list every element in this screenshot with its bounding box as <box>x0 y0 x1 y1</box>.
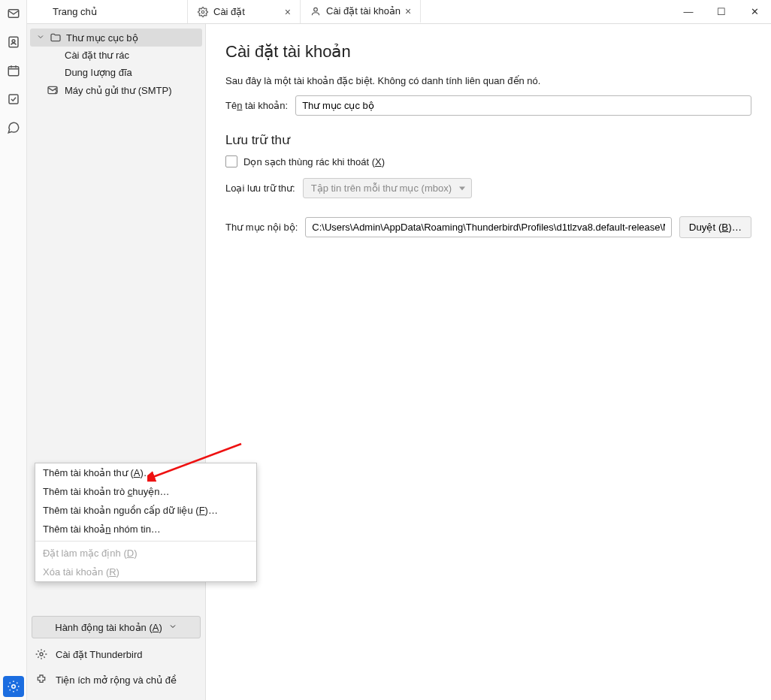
menu-separator <box>35 541 256 542</box>
svg-point-7 <box>11 685 15 689</box>
outgoing-icon <box>47 84 59 96</box>
sidebar-item-local-folders[interactable]: Thư mục cục bộ <box>30 29 202 47</box>
addons-link[interactable]: Tiện ích mở rộng và chủ đề <box>30 667 202 692</box>
thunderbird-settings-link[interactable]: Cài đặt Thunderbird <box>30 641 202 667</box>
tab-home[interactable]: Trang chủ <box>0 0 188 23</box>
tab-settings[interactable]: Cài đặt × <box>188 0 301 23</box>
tab-account-settings[interactable]: Cài đặt tài khoản × <box>301 0 421 23</box>
sidebar-item-smtp[interactable]: Máy chủ gửi thư (SMTP) <box>30 81 202 99</box>
account-name-input[interactable] <box>295 95 751 116</box>
addons-icon <box>35 673 48 686</box>
chevron-down-icon <box>168 622 177 633</box>
sidebar-item-disk[interactable]: Dung lượng đĩa <box>30 64 202 81</box>
folder-icon <box>50 32 62 44</box>
browse-button[interactable]: Duyệt (B)… <box>679 216 751 238</box>
menu-add-chat[interactable]: Thêm tài khoản trò chuyện… <box>35 482 256 501</box>
tab-account-settings-label: Cài đặt tài khoản <box>326 5 401 17</box>
settings-space-icon[interactable] <box>3 676 24 697</box>
tab-home-label: Trang chủ <box>53 6 97 17</box>
spaces-toolbar <box>0 0 27 700</box>
gear-icon <box>197 6 209 18</box>
close-icon[interactable]: × <box>285 6 291 18</box>
svg-rect-6 <box>9 95 18 104</box>
settings-pane: Cài đặt tài khoản Sau đây là một tài kho… <box>206 24 771 700</box>
page-title: Cài đặt tài khoản <box>225 42 751 62</box>
sidebar-item-junk[interactable]: Cài đặt thư rác <box>30 47 202 64</box>
svg-point-1 <box>314 8 318 11</box>
menu-add-mail[interactable]: Thêm tài khoản thư (A)… <box>35 463 256 482</box>
close-icon[interactable]: × <box>405 5 411 17</box>
page-description: Sau đây là một tài khoản đặc biệt. Không… <box>225 75 751 86</box>
storage-heading: Lưu trữ thư <box>225 132 751 148</box>
menu-add-feed[interactable]: Thêm tài khoản nguồn cấp dữ liệu (F)… <box>35 501 256 520</box>
minimize-button[interactable]: — <box>672 0 705 24</box>
menu-remove-account: Xóa tài khoản (R) <box>35 563 256 581</box>
local-dir-label: Thư mục nội bộ: <box>225 222 298 233</box>
account-icon <box>310 5 322 17</box>
empty-trash-label: Dọn sạch thùng rác khi thoát (X) <box>243 156 385 167</box>
close-window-button[interactable]: ✕ <box>738 0 771 24</box>
sidebar-item-label: Thư mục cục bộ <box>66 32 138 44</box>
window-controls: — ☐ ✕ <box>672 0 771 23</box>
mail-space-icon[interactable] <box>3 3 24 24</box>
address-book-icon[interactable] <box>3 32 24 53</box>
account-name-label: Tên tài khoản: <box>225 100 288 111</box>
svg-point-0 <box>201 11 204 14</box>
calendar-icon[interactable] <box>3 60 24 81</box>
svg-rect-5 <box>8 67 19 76</box>
account-actions-button[interactable]: Hành động tài khoản (A) <box>32 616 201 638</box>
account-tree: Thư mục cục bộ Cài đặt thư rác Dung lượn… <box>30 29 202 99</box>
empty-trash-checkbox[interactable] <box>225 155 237 167</box>
content-area: Thư mục cục bộ Cài đặt thư rác Dung lượn… <box>27 24 771 700</box>
gear-icon <box>35 647 48 661</box>
svg-point-4 <box>12 40 15 43</box>
local-dir-input[interactable] <box>305 217 671 237</box>
menu-add-newsgroup[interactable]: Thêm tài khoản nhóm tin… <box>35 520 256 539</box>
chat-icon[interactable] <box>3 117 24 138</box>
svg-point-9 <box>40 653 43 656</box>
tab-bar: Trang chủ Cài đặt × Cài đặt tài khoản × … <box>0 0 771 24</box>
maximize-button[interactable]: ☐ <box>705 0 738 24</box>
tab-settings-label: Cài đặt <box>213 6 245 17</box>
store-type-label: Loại lưu trữ thư: <box>225 183 295 194</box>
store-type-select: Tập tin trên mỗi thư mục (mbox) <box>303 178 472 198</box>
account-sidebar: Thư mục cục bộ Cài đặt thư rác Dung lượn… <box>27 24 206 700</box>
chevron-down-icon <box>36 32 45 44</box>
account-actions-menu: Thêm tài khoản thư (A)… Thêm tài khoản t… <box>35 463 257 582</box>
menu-set-default: Đặt làm mặc định (D) <box>35 544 256 563</box>
tasks-icon[interactable] <box>3 89 24 110</box>
